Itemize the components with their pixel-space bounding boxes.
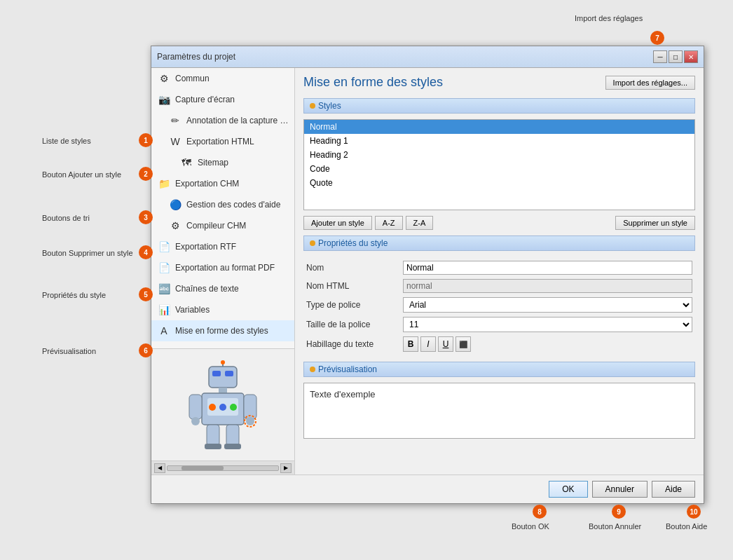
annotation-9-bubble: 9 [612, 505, 626, 519]
section-dot-2-icon [310, 240, 315, 246]
sidebar-item[interactable]: ⚙Compileur CHM [151, 215, 294, 236]
list-item[interactable]: Quote [304, 176, 694, 190]
scroll-thumb[interactable] [181, 466, 224, 470]
preview-section-header: Prévisualisation [303, 362, 695, 377]
sidebar-icon: 🔵 [168, 198, 182, 212]
sidebar-icon: ⚙ [157, 71, 171, 86]
list-item[interactable]: Code [304, 162, 694, 176]
svg-rect-0 [209, 367, 237, 388]
color-button[interactable]: ⬛ [455, 336, 471, 352]
sidebar-item-label: Mise en forme des styles [175, 326, 268, 336]
dialog-body: ⚙Commun📷Capture d'écran✏Annotation de la… [151, 68, 704, 474]
sidebar-icon: ⚙ [168, 219, 182, 233]
annotation-4-label: Bouton Supprimer un style [42, 249, 133, 257]
dialog-footer: OK Annuler Aide [151, 474, 704, 503]
svg-rect-5 [219, 388, 227, 393]
sidebar-item-label: Capture d'écran [175, 95, 235, 104]
sort-az-button[interactable]: A-Z [375, 216, 403, 230]
sidebar-item[interactable]: 🗺Sitemap [151, 152, 294, 173]
dialog-title: Paramètres du projet [157, 52, 235, 62]
properties-grid: Nom Nom HTML Type de police Arial Times … [303, 257, 695, 356]
annotation-3-label: Boutons de tri [42, 214, 90, 222]
styles-section-header: Styles [303, 98, 695, 114]
cancel-button[interactable]: Annuler [592, 481, 648, 498]
sidebar-item[interactable]: WExportation HTML [151, 131, 294, 152]
annotation-2-label: Bouton Ajouter un style [42, 170, 121, 179]
styles-list[interactable]: NormalHeading 1Heading 2CodeQuote [303, 119, 695, 210]
import-settings-button[interactable]: Import des réglages... [605, 76, 695, 90]
add-style-button[interactable]: Ajouter un style [303, 216, 372, 230]
sidebar-item[interactable]: 📷Capture d'écran [151, 89, 294, 110]
scroll-right-button[interactable]: ▶ [280, 463, 292, 473]
list-item[interactable]: Normal [304, 120, 694, 134]
sidebar-list: ⚙Commun📷Capture d'écran✏Annotation de la… [151, 68, 294, 348]
svg-rect-1 [212, 371, 221, 376]
maximize-button[interactable]: □ [669, 50, 683, 63]
annotation-10-label: Bouton Aide [666, 522, 707, 531]
annotation-8-label: Bouton OK [512, 522, 549, 531]
sidebar-item[interactable]: 🔤Chaînes de texte [151, 278, 294, 299]
section-dot-icon [310, 103, 315, 109]
ok-button[interactable]: OK [549, 481, 587, 498]
svg-point-8 [209, 404, 216, 411]
close-button[interactable]: ✕ [684, 50, 698, 63]
sidebar-item-label: Annotation de la capture d'écr [186, 116, 289, 125]
svg-rect-15 [207, 425, 219, 446]
list-item[interactable]: Heading 1 [304, 134, 694, 148]
annotation-4-bubble: 4 [139, 245, 153, 259]
svg-point-13 [191, 417, 200, 425]
preview-section-label: Prévisualisation [318, 364, 377, 374]
sort-za-button[interactable]: Z-A [406, 216, 434, 230]
styles-button-bar: Ajouter un style A-Z Z-A Supprimer un st… [303, 216, 695, 230]
sidebar-item[interactable]: 📊Variables [151, 299, 294, 320]
underline-button[interactable]: U [438, 336, 453, 352]
preview-box: Texte d'exemple [303, 383, 695, 439]
sidebar-item-label: Exportation au format PDF [175, 263, 275, 273]
prop-nom-input[interactable] [403, 261, 692, 275]
sidebar-item-label: Compileur CHM [186, 221, 246, 231]
sidebar-icon: 📁 [157, 177, 171, 191]
sidebar-item-label: Chaînes de texte [175, 284, 239, 294]
bold-button[interactable]: B [403, 336, 418, 352]
annotation-2-bubble: 2 [139, 167, 153, 181]
scroll-left-button[interactable]: ◀ [154, 463, 165, 473]
sidebar-icon: 📊 [157, 303, 171, 317]
sidebar-item-label: Variables [175, 305, 210, 315]
italic-button[interactable]: I [420, 336, 436, 352]
svg-point-10 [230, 404, 237, 411]
sidebar-item[interactable]: 📄Exportation au format PDF [151, 257, 294, 278]
list-item[interactable]: Heading 2 [304, 148, 694, 162]
sidebar-icon: 🔤 [157, 282, 171, 296]
scroll-track[interactable] [167, 465, 279, 471]
annotation-6-bubble: 6 [139, 343, 153, 357]
sidebar-item[interactable]: 📁Exportation CHM [151, 173, 294, 194]
annotation-10-bubble: 10 [687, 505, 701, 519]
sidebar-item[interactable]: ✏Annotation de la capture d'écr [151, 110, 294, 131]
delete-style-button[interactable]: Supprimer un style [615, 216, 695, 230]
main-content: Mise en forme des styles Import des régl… [295, 68, 704, 474]
sidebar-icon: 📄 [157, 261, 171, 275]
svg-rect-18 [224, 444, 241, 449]
prop-font-select[interactable]: Arial Times New Roman Courier New Verdan… [403, 297, 692, 313]
sidebar-item[interactable]: ⚙Commun [151, 68, 294, 89]
minimize-button[interactable]: ─ [653, 50, 667, 63]
prop-format-label: Habillage du texte [306, 339, 397, 349]
svg-rect-2 [225, 371, 233, 376]
sidebar-item-label: Exportation CHM [175, 179, 239, 189]
prop-nomhtml-input[interactable] [403, 279, 692, 293]
sidebar-item-label: Exportation RTF [175, 242, 236, 252]
sidebar-item-label: Gestion des codes d'aide [186, 200, 280, 210]
main-header: Mise en forme des styles Import des régl… [303, 75, 695, 90]
sidebar-item[interactable]: 📄Exportation RTF [151, 236, 294, 257]
svg-rect-17 [205, 444, 221, 449]
help-button[interactable]: Aide [652, 481, 695, 498]
window-controls: ─ □ ✕ [653, 50, 698, 63]
prop-size-select[interactable]: 8910 111214 1618 [403, 317, 692, 332]
horizontal-scrollbar: ◀ ▶ [151, 460, 294, 474]
sidebar-item[interactable]: 🔵Gestion des codes d'aide [151, 194, 294, 215]
sidebar-icon: ✏ [168, 114, 182, 128]
svg-point-4 [221, 360, 225, 364]
sidebar-item[interactable]: AMise en forme des styles [151, 320, 294, 341]
text-format-buttons: B I U ⬛ [403, 336, 692, 352]
annotation-1-label: Liste de styles [42, 137, 91, 145]
